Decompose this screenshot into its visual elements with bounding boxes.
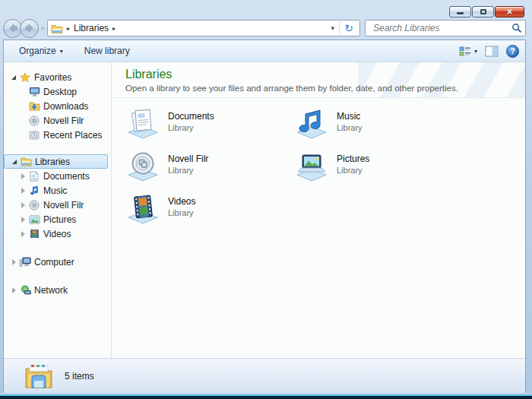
search-box[interactable] (365, 20, 526, 36)
sidebar-item-recent-places[interactable]: Recent Places (4, 128, 111, 142)
documents-library-icon (125, 107, 160, 141)
library-type: Library (168, 207, 195, 218)
music-library-icon (294, 107, 329, 141)
library-name: Documents (168, 111, 214, 122)
sidebar-item-label: Libraries (35, 157, 70, 167)
sidebar-item-desktop[interactable]: Desktop (4, 84, 111, 99)
page-subtitle: Open a library to see your files and arr… (125, 84, 515, 93)
breadcrumb-arrow-icon[interactable]: ▸ (67, 25, 70, 32)
folder-icon (51, 24, 63, 33)
library-tile-documents[interactable]: Documents Library (125, 107, 294, 144)
expander-closed-icon[interactable] (10, 287, 17, 293)
maximize-button[interactable] (472, 6, 494, 17)
sidebar-item-documents[interactable]: Documents (4, 169, 111, 183)
library-tile-videos[interactable]: Videos Library (125, 192, 294, 229)
music-icon (28, 185, 40, 196)
sidebar-item-libraries[interactable]: Libraries (4, 154, 108, 169)
help-button[interactable]: ? (506, 45, 519, 58)
change-view-button[interactable]: ▾ (459, 46, 477, 57)
close-button[interactable]: ✕ (495, 6, 524, 17)
search-icon[interactable] (511, 23, 522, 33)
item-count: 5 items (65, 371, 94, 382)
breadcrumb-arrow-icon[interactable]: ▸ (112, 25, 116, 32)
sidebar-item-label: Downloads (43, 101, 88, 112)
desktop-icon (28, 87, 40, 97)
expander-closed-icon[interactable] (19, 173, 27, 179)
library-list: Documents Library Music (112, 98, 525, 229)
novell-filr-icon (28, 116, 40, 126)
help-icon: ? (510, 46, 515, 55)
sidebar-item-label: Pictures (43, 214, 76, 225)
page-title: Libraries (125, 68, 515, 81)
libraries-folder-icon (20, 157, 32, 167)
library-tile-novell-filr[interactable]: Novell Filr Library (125, 150, 294, 186)
expander-open-icon[interactable] (11, 160, 18, 164)
expander-closed-icon[interactable] (19, 217, 27, 223)
sidebar-item-label: Computer (34, 257, 74, 268)
sidebar-item-videos[interactable]: Videos (4, 226, 111, 241)
back-arrow-icon (8, 24, 18, 33)
search-input[interactable] (372, 22, 511, 34)
new-library-button[interactable]: New library (78, 43, 136, 59)
expander-closed-icon[interactable] (19, 202, 27, 208)
sidebar-item-novell-filr[interactable]: Novell Filr (4, 113, 111, 128)
pictures-icon (28, 214, 40, 225)
star-icon (19, 72, 31, 83)
libraries-folder-large-icon (24, 363, 54, 390)
content-header: Libraries Open a library to see your fil… (112, 62, 525, 98)
library-name: Music (337, 111, 363, 122)
forward-button[interactable] (20, 19, 39, 38)
library-type: Library (168, 122, 214, 133)
recent-pages-dropdown[interactable]: ▾ (41, 25, 44, 32)
refresh-button[interactable]: ↻ (340, 21, 358, 36)
novell-filr-library-icon (125, 150, 160, 183)
forward-arrow-icon (24, 24, 35, 33)
command-toolbar: Organize ▾ New library ▾ (4, 40, 525, 62)
library-tile-pictures[interactable]: Pictures Library (294, 150, 463, 186)
preview-pane-button[interactable] (485, 46, 499, 57)
tree-spacer (4, 269, 111, 283)
sidebar-item-favorites[interactable]: Favorites (4, 70, 111, 84)
expander-closed-icon[interactable] (19, 188, 27, 194)
chevron-down-icon: ▾ (60, 48, 63, 55)
sidebar-item-novell-filr-library[interactable]: Novell Filr (4, 198, 111, 212)
status-bar: 5 items (4, 358, 525, 393)
sidebar-item-label: Recent Places (43, 130, 102, 141)
expander-closed-icon[interactable] (19, 231, 27, 237)
maximize-icon (480, 9, 486, 14)
pictures-library-icon (294, 150, 329, 183)
address-bar[interactable]: ▸ Libraries ▸ ▾ ↻ (47, 20, 360, 36)
minimize-button[interactable] (449, 6, 471, 17)
explorer-window: ✕ ▾ ▸ Libraries ▸ ▾ ↻ (0, 0, 532, 399)
sidebar-item-label: Desktop (43, 87, 77, 97)
sidebar-item-label: Favorites (34, 72, 71, 83)
navigation-pane: Favorites Desktop Downloads (4, 62, 112, 358)
library-tile-music[interactable]: Music Library (294, 107, 463, 144)
novell-filr-icon (28, 200, 40, 211)
views-icon (459, 46, 472, 57)
sidebar-item-label: Novell Filr (43, 200, 84, 211)
organize-label: Organize (19, 46, 56, 56)
network-icon (19, 285, 31, 296)
sidebar-item-label: Novell Filr (43, 116, 84, 126)
new-library-label: New library (84, 46, 130, 56)
sidebar-item-label: Videos (43, 229, 71, 239)
breadcrumb[interactable]: Libraries (74, 23, 109, 33)
window-bottom-frame (0, 393, 532, 399)
tree-spacer (4, 241, 111, 255)
sidebar-item-network[interactable]: Network (4, 283, 111, 297)
sidebar-item-downloads[interactable]: Downloads (4, 99, 111, 113)
sidebar-item-pictures[interactable]: Pictures (4, 212, 111, 226)
expander-closed-icon[interactable] (10, 259, 17, 265)
sidebar-item-music[interactable]: Music (4, 183, 111, 198)
sidebar-item-label: Network (34, 285, 68, 296)
close-icon: ✕ (506, 8, 512, 16)
downloads-icon (28, 101, 40, 112)
expander-open-icon[interactable] (10, 75, 17, 80)
address-dropdown-icon[interactable]: ▾ (326, 24, 339, 32)
videos-library-icon (125, 192, 160, 226)
organize-button[interactable]: Organize ▾ (13, 43, 69, 59)
sidebar-item-computer[interactable]: Computer (4, 255, 111, 269)
preview-pane-icon (485, 46, 499, 57)
content-pane: Libraries Open a library to see your fil… (112, 62, 525, 358)
